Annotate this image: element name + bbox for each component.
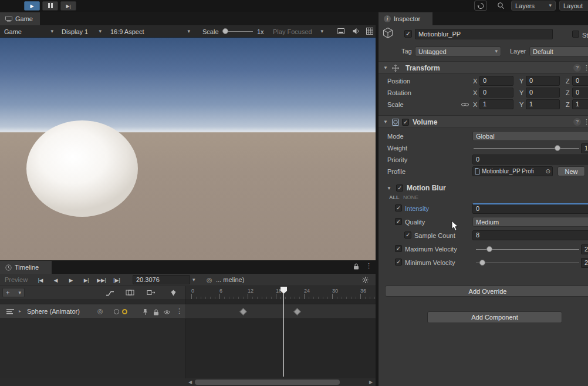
preview-toggle[interactable]: Preview — [5, 276, 28, 283]
help-icon[interactable]: ? — [573, 64, 581, 72]
edit-mode-mix-button[interactable] — [123, 287, 136, 298]
mode-dropdown[interactable]: Global▾ — [472, 131, 588, 141]
slider-handle[interactable] — [555, 145, 560, 151]
undo-history-button[interactable] — [474, 1, 487, 11]
scroll-left-icon[interactable]: ◀ — [188, 380, 192, 385]
play-button[interactable]: ▶ — [24, 1, 40, 11]
track-record-icon[interactable] — [122, 309, 127, 314]
scrollbar-thumb[interactable] — [195, 380, 340, 385]
timeline-menu-button[interactable]: ⋮ — [366, 263, 372, 269]
timeline-lock-button[interactable] — [353, 263, 359, 270]
profile-object-field[interactable]: Motionblur_PP Profi ⊙ — [472, 166, 553, 176]
aspect-dropdown[interactable]: 16:9 Aspect▾ — [107, 25, 193, 38]
help-icon[interactable]: ? — [573, 118, 581, 126]
object-picker-icon[interactable]: ⊙ — [546, 167, 550, 176]
gameobject-name-field[interactable]: Motionblur_PP — [415, 29, 553, 39]
track-lock-button[interactable] — [153, 309, 159, 315]
timeline-settings-button[interactable] — [361, 276, 369, 284]
quality-override-checkbox[interactable]: ✓ — [395, 218, 402, 225]
track-lane-sphere[interactable] — [185, 304, 376, 319]
rotation-z-field[interactable]: 0 — [572, 88, 588, 98]
timeline-ruler[interactable]: 0 6 12 18 24 30 36 — [185, 286, 376, 299]
previous-frame-button[interactable]: ◀ — [48, 274, 63, 286]
slider-handle[interactable] — [222, 28, 228, 34]
volume-enabled-checkbox[interactable]: ✓ — [402, 119, 409, 126]
min-velocity-slider[interactable] — [476, 258, 579, 268]
tab-inspector[interactable]: i Inspector — [379, 12, 432, 25]
min-velocity-field[interactable]: 2 — [581, 258, 588, 268]
motion-blur-enabled-checkbox[interactable]: ✓ — [396, 184, 403, 192]
curves-view-button[interactable] — [103, 287, 116, 298]
tag-dropdown[interactable]: Untagged▾ — [415, 46, 501, 56]
current-time-field[interactable]: 20.3076 — [133, 275, 190, 284]
sample-count-field[interactable]: 8 — [472, 230, 588, 240]
foldout-icon[interactable]: ▼ — [387, 186, 391, 191]
constrain-proportions-icon[interactable] — [461, 102, 469, 108]
slider-handle[interactable] — [479, 260, 485, 266]
step-button[interactable]: ▶| — [60, 1, 76, 11]
mute-audio-button[interactable] — [352, 28, 360, 35]
weight-slider[interactable] — [474, 143, 579, 153]
all-toggle[interactable]: ALL — [389, 194, 400, 200]
intensity-field[interactable]: 0 — [472, 203, 588, 214]
gameobject-active-checkbox[interactable]: ✓ — [404, 30, 412, 38]
timeline-hscrollbar[interactable]: ◀ ▶ — [0, 378, 376, 386]
weight-value-field[interactable]: 1 — [581, 143, 588, 153]
max-velocity-override-checkbox[interactable]: ✓ — [395, 245, 402, 252]
position-y-field[interactable]: 0 — [526, 76, 560, 86]
quality-dropdown[interactable]: Medium▾ — [472, 217, 588, 227]
scale-slider[interactable] — [222, 26, 253, 36]
object-picker-icon[interactable]: ◎ — [97, 307, 103, 315]
foldout-icon[interactable]: ▼ — [383, 66, 388, 71]
display-dropdown[interactable]: Display 1▾ — [59, 25, 104, 38]
none-toggle[interactable]: NONE — [403, 194, 418, 200]
goto-end-button[interactable]: ▶▶| — [94, 274, 109, 286]
scroll-right-icon[interactable]: ▶ — [369, 380, 373, 385]
motion-blur-header[interactable]: ▼ ✓ Motion Blur — [379, 183, 588, 194]
layers-dropdown[interactable]: Layers▾ — [511, 1, 556, 11]
keyframe-diamond[interactable] — [293, 308, 301, 315]
add-track-button[interactable]: +▾ — [2, 288, 25, 297]
component-menu-icon[interactable]: ⋮ — [583, 119, 588, 125]
rotation-x-field[interactable]: 0 — [479, 88, 513, 98]
scale-z-field[interactable]: 1 — [572, 99, 588, 109]
static-checkbox[interactable] — [572, 31, 579, 38]
rotation-y-field[interactable]: 0 — [526, 88, 560, 98]
new-profile-button[interactable]: New — [557, 166, 585, 176]
priority-field[interactable]: 0 — [472, 155, 588, 165]
pause-button[interactable] — [42, 1, 58, 11]
volume-header[interactable]: ▼ ✓ Volume ? ⋮ — [379, 115, 588, 128]
track-pin-button[interactable] — [143, 308, 148, 315]
transform-header[interactable]: ▼ Transform ? ⋮ — [379, 61, 588, 74]
track-menu-button[interactable]: ⋮ — [176, 308, 183, 314]
add-override-button[interactable]: Add Override — [385, 286, 588, 297]
game-mode-dropdown[interactable]: Game▾ — [1, 25, 56, 38]
search-button[interactable] — [497, 2, 505, 9]
add-component-button[interactable]: Add Component — [427, 311, 562, 323]
intensity-override-checkbox[interactable]: ✓ — [395, 204, 402, 212]
edit-mode-ripple-button[interactable] — [144, 287, 157, 298]
track-header-sphere[interactable]: ▸ Sphere (Animator) ◎ ⋮ — [0, 304, 185, 319]
layer-dropdown[interactable]: Default▾ — [529, 46, 588, 56]
time-options-arrow[interactable]: ▾ — [192, 277, 195, 283]
gizmos-button[interactable] — [366, 28, 373, 35]
track-mute-button[interactable] — [163, 310, 171, 315]
slider-handle[interactable] — [486, 246, 492, 252]
next-frame-button[interactable]: ▶| — [79, 274, 94, 286]
play-focused-dropdown[interactable]: Play Focused▾ — [270, 25, 326, 38]
component-menu-icon[interactable]: ⋮ — [583, 65, 588, 71]
play-range-button[interactable]: [▶] — [109, 274, 124, 286]
scale-y-field[interactable]: 1 — [526, 99, 560, 109]
foldout-icon[interactable]: ▼ — [383, 120, 388, 125]
max-velocity-field[interactable]: 2 — [581, 244, 588, 254]
timeline-play-button[interactable]: ▶ — [63, 274, 79, 286]
position-z-field[interactable]: 0 — [572, 76, 588, 86]
layout-dropdown[interactable]: Layout▾ — [559, 1, 588, 11]
track-dot-icon[interactable] — [114, 309, 119, 314]
min-velocity-override-checkbox[interactable]: ✓ — [395, 259, 402, 266]
max-velocity-slider[interactable] — [476, 244, 579, 254]
goto-start-button[interactable]: |◀ — [33, 274, 48, 286]
screen-capture-button[interactable] — [337, 28, 345, 35]
scale-x-field[interactable]: 1 — [479, 99, 513, 109]
tab-game[interactable]: Game — [0, 12, 40, 25]
